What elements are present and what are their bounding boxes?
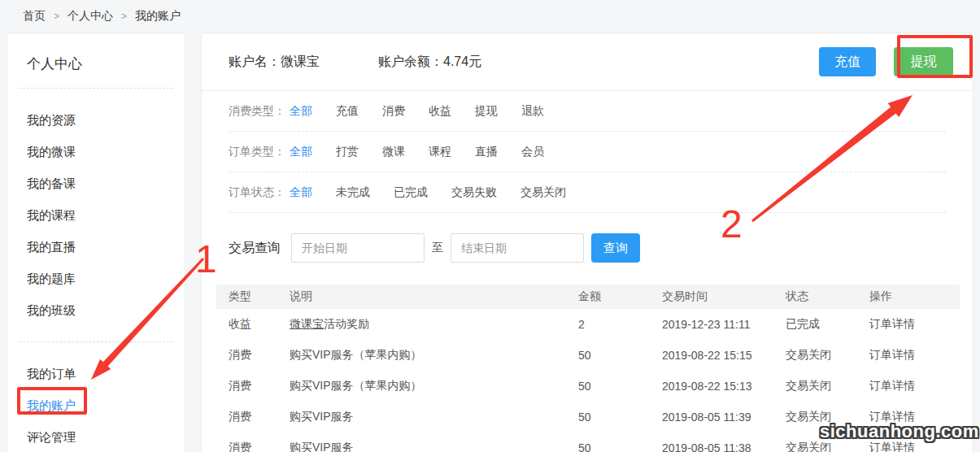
table-row: 消费购买VIP服务（苹果内购）502019-08-22 15:15交易关闭订单详…	[216, 340, 960, 371]
filter-label: 订单类型：	[229, 145, 290, 159]
table-header-row: 类型说明金额交易时间状态操作	[216, 285, 960, 309]
cell-time: 2019-08-05 11:39	[662, 402, 786, 432]
filter-option[interactable]: 退款	[521, 104, 544, 119]
sidebar: 个人中心 我的资源我的微课我的备课我的课程我的直播我的题库我的班级 我的订单我的…	[7, 33, 185, 452]
recharge-button[interactable]: 充值	[819, 47, 876, 76]
cell-time: 2019-08-22 15:13	[662, 371, 786, 402]
sidebar-item[interactable]: 我的账户	[7, 390, 185, 422]
filter-row: 消费类型：全部充值消费收益提现退款	[229, 91, 946, 132]
cell-time: 2019-08-05 11:38	[662, 432, 786, 452]
account-balance: 账户余额：4.74元	[378, 54, 481, 71]
cell-type: 消费	[216, 340, 290, 371]
filter-option[interactable]: 全部	[290, 104, 312, 119]
cell-amount: 50	[578, 402, 662, 432]
filter-option[interactable]: 课程	[429, 145, 451, 159]
cell-type: 收益	[216, 309, 290, 340]
table-header-cell: 状态	[786, 285, 869, 309]
filter-row: 订单状态：全部未完成已完成交易失败交易关闭	[229, 172, 946, 213]
table-header-cell: 操作	[869, 285, 960, 309]
table-row: 消费购买VIP服务502019-08-05 11:38交易关闭订单详情	[216, 432, 960, 452]
order-detail-link[interactable]: 订单详情	[869, 432, 960, 452]
cell-type: 消费	[216, 432, 290, 452]
sidebar-item[interactable]: 我的直播	[7, 232, 185, 263]
sidebar-group-account: 我的订单我的账户评论管理	[7, 342, 185, 452]
breadcrumb-item[interactable]: 个人中心	[68, 9, 113, 24]
cell-status: 交易关闭	[786, 402, 869, 432]
account-name: 账户名：微课宝	[229, 54, 320, 71]
order-detail-link[interactable]: 订单详情	[869, 309, 960, 340]
start-date-input[interactable]	[291, 233, 425, 263]
cell-description: 购买VIP服务（苹果内购）	[290, 340, 578, 371]
search-button[interactable]: 查询	[591, 233, 640, 263]
end-date-input[interactable]	[451, 233, 584, 263]
breadcrumb-separator: >	[54, 11, 59, 22]
sidebar-item[interactable]: 我的微课	[7, 137, 185, 168]
cell-time: 2019-12-23 11:11	[662, 309, 786, 340]
filter-option[interactable]: 交易失败	[451, 185, 497, 200]
sidebar-item[interactable]: 评论管理	[7, 422, 185, 452]
account-balance-label: 账户余额：	[378, 54, 443, 68]
filter-option[interactable]: 交易关闭	[520, 185, 566, 200]
sidebar-item[interactable]: 我的课程	[7, 200, 185, 232]
cell-description: 购买VIP服务（苹果内购）	[290, 371, 578, 402]
table-header-cell: 交易时间	[662, 285, 786, 309]
sidebar-item[interactable]: 我的题库	[7, 263, 185, 295]
cell-status: 交易关闭	[786, 432, 869, 452]
account-name-value: 微课宝	[281, 54, 320, 68]
filter-options: 全部充值消费收益提现退款	[290, 104, 544, 119]
filter-option[interactable]: 消费	[382, 104, 405, 119]
order-detail-link[interactable]: 订单详情	[869, 340, 960, 371]
filter-label: 消费类型：	[229, 104, 290, 119]
transactions-table: 类型说明金额交易时间状态操作 收益微课宝活动奖励22019-12-23 11:1…	[216, 285, 960, 452]
cell-type: 消费	[216, 371, 290, 402]
cell-amount: 50	[578, 371, 662, 402]
breadcrumb-separator: >	[121, 11, 127, 22]
sidebar-group-main: 我的资源我的微课我的备课我的课程我的直播我的题库我的班级	[7, 89, 185, 327]
table-header-cell: 类型	[216, 285, 290, 309]
table-row: 收益微课宝活动奖励22019-12-23 11:11已完成订单详情	[216, 309, 960, 340]
order-detail-link[interactable]: 订单详情	[869, 371, 960, 402]
filter-options: 全部打赏微课课程直播会员	[290, 145, 544, 159]
filter-options: 全部未完成已完成交易失败交易关闭	[290, 185, 566, 200]
cell-amount: 50	[578, 340, 662, 371]
cell-amount: 50	[578, 432, 662, 452]
breadcrumb: 首页>个人中心>我的账户	[23, 0, 181, 33]
order-detail-link[interactable]: 订单详情	[869, 402, 960, 432]
main-panel: 账户名：微课宝 账户余额：4.74元 充值 提现 消费类型：全部充值消费收益提现…	[201, 33, 973, 452]
filter-section: 消费类型：全部充值消费收益提现退款订单类型：全部打赏微课课程直播会员订单状态：全…	[202, 91, 973, 213]
cell-status: 交易关闭	[786, 340, 869, 371]
sidebar-item[interactable]: 我的订单	[7, 359, 185, 390]
cell-description: 购买VIP服务	[290, 402, 578, 432]
table-row: 消费购买VIP服务（苹果内购）502019-08-22 15:13交易关闭订单详…	[216, 371, 960, 402]
filter-option[interactable]: 全部	[290, 185, 312, 200]
sidebar-item[interactable]: 我的备课	[7, 168, 185, 200]
sidebar-item[interactable]: 我的班级	[7, 295, 185, 327]
filter-option[interactable]: 充值	[336, 104, 359, 119]
cell-description: 微课宝活动奖励	[290, 309, 578, 340]
cell-description: 购买VIP服务	[290, 432, 578, 452]
sidebar-item[interactable]: 我的资源	[7, 105, 185, 137]
filter-option[interactable]: 未完成	[336, 185, 370, 200]
cell-status: 已完成	[786, 309, 869, 340]
description-link[interactable]: 微课宝	[290, 317, 324, 330]
table-header-cell: 金额	[578, 285, 662, 309]
filter-option[interactable]: 已完成	[394, 185, 428, 200]
filter-option[interactable]: 提现	[475, 104, 498, 119]
withdraw-button[interactable]: 提现	[894, 47, 953, 76]
cell-time: 2019-08-22 15:15	[662, 340, 786, 371]
filter-row: 订单类型：全部打赏微课课程直播会员	[229, 132, 946, 172]
sidebar-title: 个人中心	[7, 33, 185, 73]
to-label: 至	[432, 241, 443, 255]
account-name-label: 账户名：	[229, 54, 281, 68]
breadcrumb-item[interactable]: 首页	[23, 9, 46, 24]
cell-type: 消费	[216, 402, 290, 432]
account-balance-value: 4.74元	[443, 54, 481, 68]
filter-option[interactable]: 全部	[290, 145, 312, 159]
filter-option[interactable]: 微课	[382, 145, 405, 159]
account-header: 账户名：微课宝 账户余额：4.74元 充值 提现	[202, 33, 973, 91]
filter-option[interactable]: 会员	[521, 145, 544, 159]
filter-option[interactable]: 收益	[429, 104, 451, 119]
filter-option[interactable]: 打赏	[336, 145, 359, 159]
filter-option[interactable]: 直播	[475, 145, 498, 159]
breadcrumb-item: 我的账户	[135, 9, 181, 24]
